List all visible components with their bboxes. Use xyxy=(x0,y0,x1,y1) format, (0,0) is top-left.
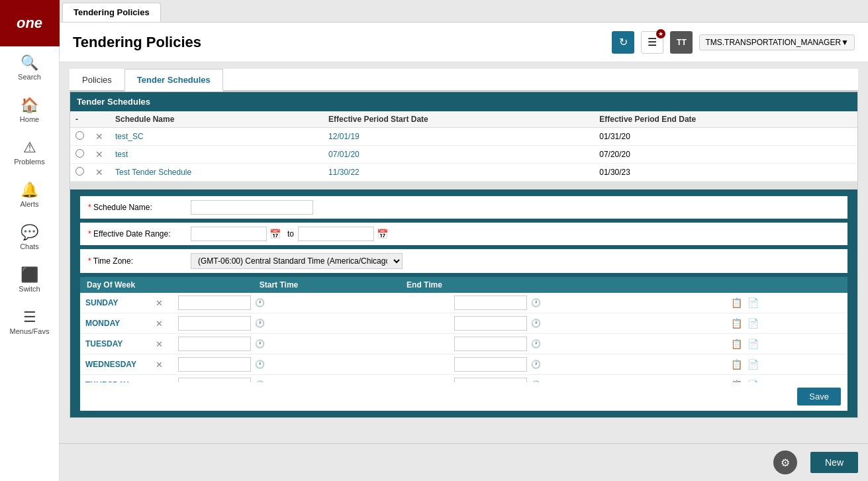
start-time-input-4[interactable] xyxy=(178,378,251,382)
sidebar-label-switch: Switch xyxy=(19,285,40,293)
radio-input-1[interactable] xyxy=(75,149,84,158)
tab-tender-schedules[interactable]: Tender Schedules xyxy=(124,69,223,91)
start-clock-icon-4[interactable]: 🕐 xyxy=(255,380,265,382)
dow-x-icon-4[interactable]: ✕ xyxy=(156,380,163,383)
start-date-link-1[interactable]: 07/01/20 xyxy=(328,150,360,159)
save-button[interactable]: Save xyxy=(797,388,841,405)
sidebar-item-home[interactable]: 🏠 Home xyxy=(0,89,59,131)
sidebar-item-alerts[interactable]: 🔔 Alerts xyxy=(0,174,59,216)
end-clock-icon-2[interactable]: 🕐 xyxy=(531,339,541,348)
sidebar-item-switch[interactable]: ⬛ Switch xyxy=(0,258,59,301)
copy-icon-2[interactable]: 📋 xyxy=(731,339,742,349)
row-actions-0: ✕ xyxy=(90,128,110,146)
footer-bar: ⚙ New xyxy=(60,443,868,481)
sidebar-item-problems[interactable]: ⚠ Problems xyxy=(0,131,59,174)
schedule-name-link-1[interactable]: test xyxy=(115,150,128,159)
start-clock-icon-1[interactable]: 🕐 xyxy=(255,319,265,328)
end-clock-icon-0[interactable]: 🕐 xyxy=(531,298,541,307)
dow-end-4: 🕐 xyxy=(449,375,725,383)
tender-schedules-panel: Tender Schedules - Schedule Name Effecti… xyxy=(70,91,858,418)
row-radio-2[interactable] xyxy=(70,164,90,182)
end-clock-icon-4[interactable]: 🕐 xyxy=(531,380,541,382)
end-clock-icon-1[interactable]: 🕐 xyxy=(531,319,541,328)
start-time-input-0[interactable] xyxy=(178,295,251,310)
schedule-name-input[interactable] xyxy=(191,200,313,215)
col-header-select: - xyxy=(70,111,90,128)
dow-table-scroll[interactable]: SUNDAY ✕ 🕐 🕐 📋 📄 MONDAY ✕ 🕐 xyxy=(80,293,847,382)
help-icon[interactable]: ⚙ xyxy=(773,451,797,474)
copy-icon-0[interactable]: 📋 xyxy=(731,297,742,308)
radio-input-0[interactable] xyxy=(75,131,84,140)
sidebar-item-menus[interactable]: ☰ Menus/Favs xyxy=(0,301,59,343)
start-clock-icon-2[interactable]: 🕐 xyxy=(255,339,265,348)
tab-tendering-policies[interactable]: Tendering Policies xyxy=(62,3,161,22)
delete-icon-0[interactable]: ✕ xyxy=(95,131,103,142)
sidebar-item-chats[interactable]: 💬 Chats xyxy=(0,216,59,258)
schedule-name-link-2[interactable]: Test Tender Schedule xyxy=(115,168,191,177)
start-time-input-1[interactable] xyxy=(178,316,251,331)
end-time-input-3[interactable] xyxy=(454,357,527,372)
delete-icon-1[interactable]: ✕ xyxy=(95,149,103,160)
end-time-input-2[interactable] xyxy=(454,337,527,351)
menu-button[interactable]: ☰ ★ xyxy=(641,31,663,54)
end-date-input[interactable] xyxy=(298,227,374,241)
paste-icon-0[interactable]: 📄 xyxy=(747,297,759,308)
dow-x-icon-1[interactable]: ✕ xyxy=(156,319,163,329)
user-dropdown[interactable]: TMS.TRANSPORTATION_MANAGER ▼ xyxy=(699,34,855,50)
refresh-button[interactable]: ↻ xyxy=(612,31,634,54)
end-date-calendar-icon[interactable]: 📅 xyxy=(377,229,388,239)
dow-x-icon-3[interactable]: ✕ xyxy=(156,360,163,370)
start-date-link-2[interactable]: 11/30/22 xyxy=(328,168,360,177)
start-date-calendar-icon[interactable]: 📅 xyxy=(269,229,281,239)
copy-icon-3[interactable]: 📋 xyxy=(731,359,742,370)
start-clock-icon-0[interactable]: 🕐 xyxy=(255,298,265,307)
new-button[interactable]: New xyxy=(810,452,858,473)
end-time-input-0[interactable] xyxy=(454,295,527,310)
avatar-button[interactable]: TT xyxy=(670,31,693,54)
help-icon-container: ⚙ xyxy=(773,451,804,474)
start-time-input-2[interactable] xyxy=(178,337,251,351)
dow-x-icon-2[interactable]: ✕ xyxy=(156,339,163,349)
dow-copy-1: 📋 📄 xyxy=(724,313,840,334)
copy-icon-4[interactable]: 📋 xyxy=(731,380,742,382)
dow-table: SUNDAY ✕ 🕐 🕐 📋 📄 MONDAY ✕ 🕐 xyxy=(80,293,847,382)
paste-icon-2[interactable]: 📄 xyxy=(747,339,759,349)
dow-row: SUNDAY ✕ 🕐 🕐 📋 📄 xyxy=(80,293,847,313)
start-clock-icon-3[interactable]: 🕐 xyxy=(255,360,265,369)
table-row: ✕ Test Tender Schedule 11/30/22 01/30/23 xyxy=(70,164,857,182)
paste-icon-1[interactable]: 📄 xyxy=(747,318,759,329)
paste-icon-3[interactable]: 📄 xyxy=(747,359,759,370)
table-scrollbar[interactable] xyxy=(70,182,857,189)
dow-end-3: 🕐 xyxy=(449,354,725,375)
day-name-1: MONDAY xyxy=(85,319,120,328)
logo-text: one xyxy=(17,15,42,32)
sidebar-item-search[interactable]: 🔍 Search xyxy=(0,46,59,89)
radio-input-2[interactable] xyxy=(75,167,84,176)
delete-icon-2[interactable]: ✕ xyxy=(95,167,103,178)
dow-day-4: THURSDAY xyxy=(80,375,153,383)
row-end-0: 01/31/20 xyxy=(594,128,857,146)
required-star: * xyxy=(88,203,91,212)
end-time-input-1[interactable] xyxy=(454,316,527,331)
app-logo[interactable]: one xyxy=(0,0,60,46)
form-save-bar: Save xyxy=(80,382,847,411)
row-start-0: 12/01/19 xyxy=(323,128,594,146)
start-date-link-0[interactable]: 12/01/19 xyxy=(328,132,360,141)
tab-policies[interactable]: Policies xyxy=(70,69,124,91)
end-clock-icon-3[interactable]: 🕐 xyxy=(531,360,541,369)
paste-icon-4[interactable]: 📄 xyxy=(747,380,759,382)
copy-icon-1[interactable]: 📋 xyxy=(731,318,742,329)
dow-x-icon-0[interactable]: ✕ xyxy=(156,298,163,308)
required-star-tz: * xyxy=(88,256,91,266)
dow-copy-0: 📋 📄 xyxy=(724,293,840,313)
schedule-name-link-0[interactable]: test_SC xyxy=(115,132,144,141)
avatar-initials: TT xyxy=(677,38,687,47)
end-time-input-4[interactable] xyxy=(454,378,527,382)
start-time-input-3[interactable] xyxy=(178,357,251,372)
start-date-input[interactable] xyxy=(191,227,267,241)
row-radio-1[interactable] xyxy=(70,146,90,164)
row-radio-0[interactable] xyxy=(70,128,90,146)
timezone-select[interactable]: (GMT-06:00) Central Standard Time (Ameri… xyxy=(191,253,403,269)
page-header: Tendering Policies ↻ ☰ ★ TT TMS.TRANSPOR… xyxy=(60,23,868,62)
dow-row: MONDAY ✕ 🕐 🕐 📋 📄 xyxy=(80,313,847,334)
